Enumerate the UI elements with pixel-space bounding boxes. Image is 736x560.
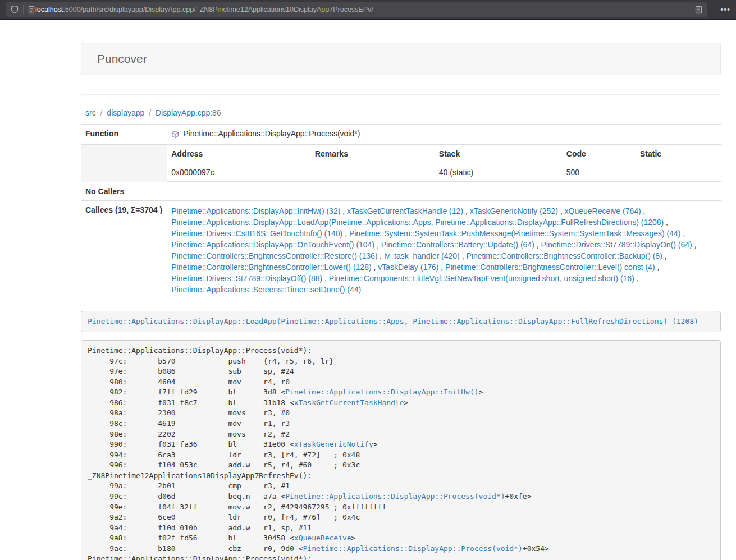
reader-view-icon[interactable] <box>694 6 703 14</box>
callees-list: Pinetime::Applications::DisplayApp::Init… <box>167 200 721 300</box>
callee-separator: , <box>664 218 668 227</box>
callee-link[interactable]: Pinetime::System::SystemTask::PushMessag… <box>349 229 681 238</box>
package-icon <box>171 130 179 139</box>
callee-separator: , <box>558 206 565 215</box>
code-symbol-link[interactable]: xTaskGenericNotify <box>294 440 373 448</box>
code-symbol-link[interactable]: xTaskGetCurrentTaskHandle <box>294 398 404 407</box>
callee-separator: , <box>342 229 349 238</box>
no-callers-cell <box>167 182 721 200</box>
page-icon[interactable] <box>28 6 35 14</box>
callee-separator: , <box>534 240 541 249</box>
callee-separator: , <box>322 274 329 283</box>
callee-link[interactable]: Pinetime::Controllers::BrightnessControl… <box>171 251 377 260</box>
code-symbol-link[interactable]: Pinetime::Applications::DisplayApp::Proc… <box>303 544 523 553</box>
breadcrumb-line-number: :86 <box>210 108 221 117</box>
callee-link[interactable]: vTaskDelay (176) <box>378 263 438 272</box>
callee-separator: , <box>372 263 378 272</box>
callee-link[interactable]: Pinetime::Controllers::BrightnessControl… <box>445 263 655 272</box>
app-header-panel: Puncover <box>81 43 721 75</box>
callee-link[interactable]: xQueueReceive (764) <box>565 206 641 215</box>
callees-label: Callees (19, Σ=3704 ) <box>81 200 167 300</box>
callees-row: Callees (19, Σ=3704 ) Pinetime::Applicat… <box>81 200 721 300</box>
more-options-icon[interactable]: ••• <box>720 5 730 14</box>
callee-link[interactable]: Pinetime::Components::LittleVgl::SetNewT… <box>329 274 634 283</box>
callee-link[interactable]: Pinetime::Applications::Screens::Timer::… <box>171 285 361 294</box>
col-code: Code <box>562 145 636 163</box>
function-name-wrap: Pinetime::Applications::DisplayApp::Proc… <box>171 129 360 138</box>
breadcrumb-link-displayapp[interactable]: displayapp <box>107 108 144 117</box>
remarks-value <box>310 163 435 181</box>
callee-separator: , <box>374 240 381 249</box>
callee-link[interactable]: Pinetime::Controllers::BrightnessControl… <box>171 263 371 272</box>
toolbar-divider <box>716 5 716 14</box>
callee-link[interactable]: Pinetime::Drivers::St7789::DisplayOn() (… <box>541 240 692 249</box>
callee-separator: , <box>460 251 467 260</box>
code-symbol-link[interactable]: Pinetime::Applications::DisplayApp::Proc… <box>285 492 505 501</box>
callee-link[interactable]: lv_task_handler (420) <box>384 251 460 260</box>
code-size-value: 500 <box>562 163 636 181</box>
shield-icon[interactable] <box>10 5 19 14</box>
function-details-spacer <box>81 144 167 182</box>
code-symbol-link[interactable]: xQueueReceive <box>294 534 351 542</box>
app-title: Puncover <box>97 52 705 66</box>
address-table-row: 0x0000097c 40 (static) 500 <box>167 163 721 181</box>
breadcrumb-separator: / <box>98 108 105 117</box>
breadcrumb-separator: / <box>147 108 153 117</box>
disassembly-block: Pinetime::Applications::DisplayApp::Proc… <box>81 340 721 560</box>
callee-link[interactable]: Pinetime::Controllers::BrightnessControl… <box>466 251 662 260</box>
disassembly-code: Pinetime::Applications::DisplayApp::Proc… <box>88 346 549 560</box>
browser-toolbar: localhost:5000/path/src/displayapp/Displ… <box>0 0 736 20</box>
no-callers-row: No Callers <box>81 182 721 200</box>
breadcrumb: src / displayapp / DisplayApp.cpp:86 <box>85 108 721 117</box>
urlbar-divider <box>23 5 24 14</box>
callee-separator: , <box>340 206 347 215</box>
callee-link[interactable]: Pinetime::Applications::DisplayApp::Init… <box>171 206 340 215</box>
function-name: Pinetime::Applications::DisplayApp::Proc… <box>183 129 360 138</box>
col-static: Static <box>636 145 721 163</box>
address-table-header: Address Remarks Stack Code Static <box>167 145 721 163</box>
static-value <box>636 163 721 181</box>
col-stack: Stack <box>435 145 562 163</box>
no-callers-label: No Callers <box>81 182 167 200</box>
address-table: Address Remarks Stack Code Static 0x0000… <box>167 145 721 182</box>
stack-value: 40 (static) <box>435 163 562 181</box>
col-remarks: Remarks <box>310 145 435 163</box>
code-symbol-link[interactable]: Pinetime::Applications::DisplayApp::Init… <box>285 388 478 396</box>
col-address: Address <box>167 145 310 163</box>
callee-link[interactable]: Pinetime::Applications::DisplayApp::OnTo… <box>171 240 374 249</box>
divider <box>81 94 721 95</box>
callee-separator: , <box>680 229 685 238</box>
function-details-row: Address Remarks Stack Code Static 0x0000… <box>81 144 721 182</box>
callee-link[interactable]: Pinetime::Drivers::St7789::DisplayOff() … <box>171 274 322 283</box>
callee-separator: , <box>634 274 639 283</box>
callee-link[interactable]: Pinetime::Controllers::Battery::Update()… <box>381 240 534 249</box>
address-value: 0x0000097c <box>167 163 310 181</box>
callee-separator: , <box>655 263 660 272</box>
breadcrumb-link-file[interactable]: DisplayApp.cpp <box>156 108 210 117</box>
callee-link[interactable]: Pinetime::Applications::DisplayApp::Load… <box>171 218 664 227</box>
callee-link[interactable]: Pinetime::Drivers::Cst816S::GetTouchInfo… <box>171 229 342 238</box>
url-text[interactable]: localhost:5000/path/src/displayapp/Displ… <box>35 6 694 13</box>
callee-separator: , <box>463 206 470 215</box>
callee-separator: , <box>662 251 667 260</box>
highlighted-callee-box: Pinetime::Applications::DisplayApp::Load… <box>81 311 721 333</box>
function-label: Function <box>81 125 167 145</box>
callee-link[interactable]: xTaskGenericNotify (252) <box>470 206 558 215</box>
callee-separator: , <box>641 206 646 215</box>
breadcrumb-link-src[interactable]: src <box>85 108 96 117</box>
function-row: Function Pinetime::Applications::Display… <box>81 125 721 145</box>
callee-separator: , <box>692 240 697 249</box>
highlighted-callee-link[interactable]: Pinetime::Applications::DisplayApp::Load… <box>88 317 698 325</box>
callee-separator: , <box>377 251 384 260</box>
url-host: localhost <box>35 6 63 13</box>
callee-link[interactable]: xTaskGetCurrentTaskHandle (12) <box>347 206 463 215</box>
url-path: :5000/path/src/displayapp/DisplayApp.cpp… <box>63 6 373 13</box>
url-bar[interactable]: localhost:5000/path/src/displayapp/Displ… <box>6 2 707 17</box>
page-container: Puncover src / displayapp / DisplayApp.c… <box>81 20 721 560</box>
symbol-table: Function Pinetime::Applications::Display… <box>81 124 721 300</box>
callee-separator: , <box>438 263 445 272</box>
